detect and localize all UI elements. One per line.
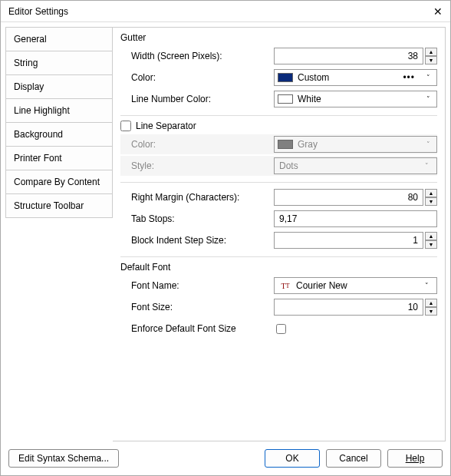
gutter-color-select[interactable]: Custom ••• ˅	[274, 69, 437, 86]
spinner-down-icon[interactable]: ▼	[425, 197, 437, 206]
line-separator-style-label: Style:	[120, 160, 274, 171]
line-separator-checkbox[interactable]	[120, 121, 131, 131]
right-margin-row: Right Margin (Characters): ▲ ▼	[120, 187, 437, 207]
right-margin-spinner: ▲ ▼	[425, 189, 437, 206]
chevron-down-icon: ˅	[423, 95, 433, 103]
chevron-down-icon: ˅	[423, 140, 433, 148]
line-separator-color-label: Color:	[120, 139, 274, 150]
enforce-font-row: Enforce Default Font Size	[120, 319, 437, 339]
ellipsis-icon: •••	[403, 72, 415, 83]
sidebar-item-label: Printer Font	[14, 153, 62, 164]
spinner-down-icon[interactable]: ▼	[425, 307, 437, 316]
font-type-icon: TT	[279, 280, 291, 291]
gutter-color-label: Color:	[120, 72, 274, 83]
block-indent-input[interactable]	[274, 232, 423, 249]
color-swatch-icon	[278, 73, 293, 82]
cancel-button[interactable]: Cancel	[326, 449, 381, 468]
sidebar-item-background[interactable]: Background	[5, 122, 113, 146]
chevron-down-icon: ˅	[421, 282, 432, 289]
line-separator-style-value: Dots	[279, 160, 416, 171]
sidebar-item-structure-toolbar[interactable]: Structure Toolbar	[5, 193, 113, 218]
spinner-up-icon[interactable]: ▲	[425, 48, 437, 56]
line-separator-row: Line Separator	[120, 121, 437, 131]
editor-settings-window: Editor Settings ✕ General String Display…	[0, 0, 451, 476]
gutter-color-value: Custom	[298, 72, 398, 83]
line-separator-color-select: Gray ˅	[274, 136, 437, 153]
default-font-label: Default Font	[120, 262, 437, 273]
spinner-up-icon[interactable]: ▲	[425, 299, 437, 307]
font-name-label: Font Name:	[120, 280, 274, 291]
tab-stops-input[interactable]	[274, 210, 437, 227]
enforce-font-checkbox[interactable]	[276, 324, 286, 334]
spinner-down-icon[interactable]: ▼	[425, 56, 437, 64]
help-button-label: Help	[406, 453, 425, 464]
window-title: Editor Settings	[8, 6, 68, 17]
spinner-up-icon[interactable]: ▲	[425, 189, 437, 197]
help-button[interactable]: Help	[387, 449, 443, 468]
sidebar-item-string[interactable]: String	[5, 51, 113, 74]
main-panel: Gutter Width (Screen Pixels): ▲ ▼ Color:	[113, 27, 446, 441]
gutter-width-label: Width (Screen Pixels):	[120, 51, 274, 61]
font-size-row: Font Size: ▲ ▼	[120, 297, 437, 317]
ok-button[interactable]: OK	[265, 449, 320, 468]
line-number-color-select[interactable]: White ˅	[274, 91, 437, 107]
separator	[120, 182, 437, 183]
sidebar: General String Display Line Highlight Ba…	[5, 27, 113, 441]
spinner-up-icon[interactable]: ▲	[425, 232, 437, 240]
line-separator-style-select: Dots ˅	[274, 157, 437, 174]
edit-syntax-schema-button[interactable]: Edit Syntax Schema...	[8, 449, 119, 468]
gutter-width-spinner: ▲ ▼	[425, 48, 437, 64]
footer: Edit Syntax Schema... OK Cancel Help	[1, 441, 450, 475]
tab-stops-label: Tab Stops:	[120, 213, 274, 224]
enforce-font-label: Enforce Default Font Size	[120, 323, 274, 334]
gutter-color-row: Color: Custom ••• ˅	[120, 68, 437, 88]
spinner-down-icon[interactable]: ▼	[425, 240, 437, 249]
titlebar: Editor Settings ✕	[1, 1, 450, 22]
line-separator-color-row: Color: Gray ˅	[120, 134, 437, 154]
sidebar-item-general[interactable]: General	[5, 27, 113, 51]
sidebar-item-label: Compare By Content	[14, 177, 100, 187]
font-name-row: Font Name: TT Courier New ˅	[120, 276, 437, 296]
sidebar-item-label: Display	[14, 81, 44, 92]
sidebar-item-label: Line Highlight	[14, 105, 70, 116]
sidebar-item-label: Background	[14, 129, 63, 140]
separator	[120, 256, 437, 257]
gutter-width-row: Width (Screen Pixels): ▲ ▼	[120, 46, 437, 66]
line-separator-label: Line Separator	[136, 121, 196, 131]
font-name-value: Courier New	[296, 280, 416, 291]
font-size-input[interactable]	[274, 299, 423, 316]
chevron-down-icon: ˅	[423, 74, 433, 81]
sidebar-item-label: Structure Toolbar	[14, 200, 84, 211]
right-margin-label: Right Margin (Characters):	[120, 192, 274, 203]
sidebar-item-label: String	[14, 58, 38, 68]
line-separator-style-row: Style: Dots ˅	[120, 156, 437, 176]
tab-stops-row: Tab Stops:	[120, 209, 437, 229]
sidebar-item-display[interactable]: Display	[5, 74, 113, 98]
block-indent-row: Block Indent Step Size: ▲ ▼	[120, 230, 437, 250]
gutter-width-input[interactable]	[274, 48, 423, 64]
close-button[interactable]: ✕	[430, 4, 446, 19]
separator	[120, 115, 437, 116]
sidebar-item-label: General	[14, 34, 47, 45]
sidebar-item-compare-by-content[interactable]: Compare By Content	[5, 170, 113, 193]
line-number-color-value: White	[298, 94, 418, 104]
line-number-color-row: Line Number Color: White ˅	[120, 89, 437, 109]
content-area: General String Display Line Highlight Ba…	[1, 22, 450, 441]
font-name-select[interactable]: TT Courier New ˅	[274, 277, 437, 294]
sidebar-item-printer-font[interactable]: Printer Font	[5, 146, 113, 170]
right-margin-input[interactable]	[274, 189, 423, 206]
sidebar-item-line-highlight[interactable]: Line Highlight	[5, 98, 113, 122]
line-number-color-label: Line Number Color:	[120, 94, 274, 104]
font-size-label: Font Size:	[120, 302, 274, 312]
color-swatch-icon	[278, 94, 293, 104]
block-indent-label: Block Indent Step Size:	[120, 235, 274, 246]
block-indent-spinner: ▲ ▼	[425, 232, 437, 249]
line-separator-color-value: Gray	[298, 139, 418, 150]
color-swatch-icon	[278, 140, 293, 149]
font-size-spinner: ▲ ▼	[425, 299, 437, 316]
chevron-down-icon: ˅	[421, 162, 432, 170]
gutter-group-label: Gutter	[120, 32, 437, 43]
